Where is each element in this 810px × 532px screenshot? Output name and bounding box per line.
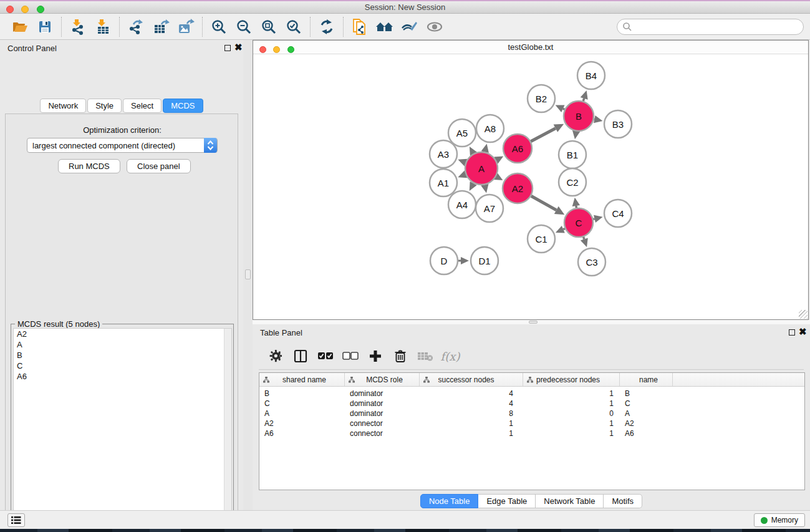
result-item[interactable]: A xyxy=(14,339,231,350)
table-cell[interactable]: 4 xyxy=(420,389,523,399)
maximize-window-button[interactable] xyxy=(37,6,44,13)
result-item[interactable]: C xyxy=(14,360,231,371)
zoom-in-button[interactable] xyxy=(206,16,231,37)
table-cell[interactable]: 1 xyxy=(523,389,620,399)
table-cell[interactable]: dominator xyxy=(345,399,420,409)
table-cell[interactable]: 1 xyxy=(523,419,620,429)
float-panel-icon[interactable] xyxy=(224,45,231,51)
search-input[interactable] xyxy=(632,22,788,32)
network-close-button[interactable] xyxy=(259,46,266,53)
network-canvas[interactable]: B4B2BB3A8A5A6A3B1AA1C2A2A4A7C4CC1C3DD1 xyxy=(253,54,808,319)
show-graphics-button[interactable] xyxy=(422,16,447,37)
column-header-successor-nodes[interactable]: successor nodes xyxy=(420,373,523,386)
splitter-handle[interactable] xyxy=(245,269,251,279)
export-image-button[interactable] xyxy=(173,16,198,37)
zoom-selected-button[interactable] xyxy=(281,16,306,37)
open-session-button[interactable] xyxy=(7,16,32,37)
vertical-splitter[interactable] xyxy=(243,40,253,510)
resize-grip-icon[interactable] xyxy=(799,310,808,319)
table-cell[interactable]: 1 xyxy=(523,399,620,409)
table-row[interactable]: Adominator80A xyxy=(259,409,804,419)
task-history-button[interactable] xyxy=(7,513,25,527)
home-networks-button[interactable] xyxy=(372,16,397,37)
table-cell[interactable]: 1 xyxy=(420,419,523,429)
criterion-dropdown[interactable]: largest connected component (directed) xyxy=(27,138,218,153)
float-panel-icon[interactable] xyxy=(789,329,795,336)
table-settings-button[interactable] xyxy=(268,348,284,364)
tab-network[interactable]: Network xyxy=(40,99,86,113)
table-cell[interactable]: connector xyxy=(345,419,420,429)
table-cell[interactable]: B xyxy=(620,389,673,399)
table-cell[interactable]: C xyxy=(620,399,673,409)
column-header-predecessor-nodes[interactable]: predecessor nodes xyxy=(523,373,620,386)
table-cell[interactable]: B xyxy=(259,389,345,399)
hide-annotations-button[interactable] xyxy=(397,16,422,37)
edge-B-B4[interactable] xyxy=(583,99,584,101)
node-table[interactable]: shared nameMCDS rolesuccessor nodesprede… xyxy=(259,372,805,490)
table-row[interactable]: A6connector11A6 xyxy=(259,429,804,439)
table-cell[interactable]: A6 xyxy=(620,429,673,439)
column-header-MCDS-role[interactable]: MCDS role xyxy=(345,373,420,386)
zoom-fit-button[interactable] xyxy=(256,16,281,37)
close-window-button[interactable] xyxy=(6,6,14,13)
table-row[interactable]: Bdominator41B xyxy=(259,389,804,399)
result-item[interactable]: B xyxy=(14,350,231,360)
result-item[interactable]: A6 xyxy=(14,371,231,382)
result-item[interactable]: A2 xyxy=(14,329,231,339)
edge-A2-C[interactable] xyxy=(531,196,556,210)
table-cell[interactable]: 1 xyxy=(523,429,620,439)
save-session-button[interactable] xyxy=(32,16,57,37)
create-column-button[interactable] xyxy=(367,348,383,364)
table-cell[interactable]: 0 xyxy=(523,409,620,419)
table-cell[interactable]: A2 xyxy=(620,419,673,429)
network-minimize-button[interactable] xyxy=(273,46,280,53)
tab-select[interactable]: Select xyxy=(123,99,162,113)
tab-style[interactable]: Style xyxy=(87,99,122,113)
tab-node-table[interactable]: Node Table xyxy=(420,494,479,508)
tab-mcds[interactable]: MCDS xyxy=(163,99,203,113)
select-all-button[interactable] xyxy=(317,348,334,364)
clone-network-button[interactable] xyxy=(347,16,372,37)
import-network-button[interactable] xyxy=(65,16,90,37)
table-row[interactable]: A2connector11A2 xyxy=(259,419,804,429)
table-cell[interactable]: A xyxy=(259,409,345,419)
table-cell[interactable]: C xyxy=(259,399,345,409)
close-panel-icon[interactable]: ✖ xyxy=(799,326,807,337)
import-table-button[interactable] xyxy=(90,16,115,37)
edge-A6-B[interactable] xyxy=(531,128,556,142)
close-panel-button[interactable]: Close panel xyxy=(127,159,191,173)
close-panel-icon[interactable]: ✖ xyxy=(234,42,243,53)
zoom-out-button[interactable] xyxy=(231,16,256,37)
apply-layout-button[interactable] xyxy=(314,16,339,37)
table-cell[interactable]: 1 xyxy=(420,429,523,439)
export-network-button[interactable] xyxy=(123,16,148,37)
delete-column-button[interactable] xyxy=(392,348,408,364)
table-row[interactable]: Cdominator41C xyxy=(259,399,804,409)
horizontal-splitter[interactable] xyxy=(253,320,810,324)
mcds-result-list[interactable]: A2ABCA6 xyxy=(13,328,232,532)
memory-button[interactable]: Memory xyxy=(754,513,805,527)
export-table-button[interactable] xyxy=(148,16,173,37)
table-cell[interactable]: A xyxy=(620,409,673,419)
edge-C-C1[interactable] xyxy=(563,229,565,230)
column-header-shared-name[interactable]: shared name xyxy=(259,373,345,386)
network-maximize-button[interactable] xyxy=(287,46,294,53)
show-column-button[interactable] xyxy=(292,348,309,364)
result-scrollbar[interactable] xyxy=(224,329,231,532)
edge-C-C3[interactable] xyxy=(584,237,584,239)
minimize-window-button[interactable] xyxy=(21,6,29,13)
network-graph[interactable]: B4B2BB3A8A5A6A3B1AA1C2A2A4A7C4CC1C3DD1 xyxy=(253,54,808,319)
deselect-all-button[interactable] xyxy=(342,348,359,364)
table-cell[interactable]: A6 xyxy=(259,429,345,439)
table-cell[interactable]: 8 xyxy=(420,409,523,419)
tab-motifs[interactable]: Motifs xyxy=(604,494,642,508)
table-cell[interactable]: A2 xyxy=(259,419,345,429)
tab-edge-table[interactable]: Edge Table xyxy=(478,494,536,508)
table-cell[interactable]: 4 xyxy=(420,399,523,409)
run-mcds-button[interactable]: Run MCDS xyxy=(58,159,120,173)
column-header-name[interactable]: name xyxy=(620,373,673,386)
tab-network-table[interactable]: Network Table xyxy=(536,494,604,508)
edge-B-B2[interactable] xyxy=(563,109,564,109)
search-field[interactable] xyxy=(617,19,804,35)
edge-C-C4[interactable] xyxy=(593,219,594,220)
